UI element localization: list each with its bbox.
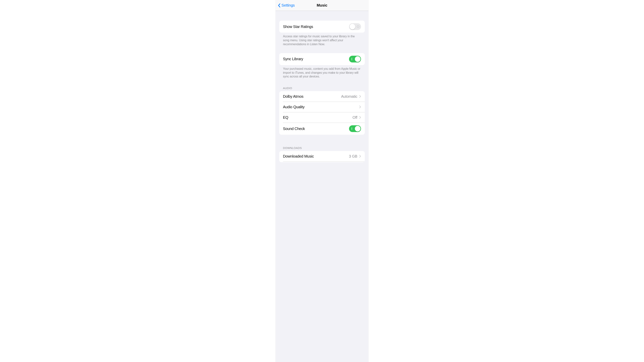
sync-library-label: Sync Library <box>283 57 303 61</box>
sync-library-row: Sync Library <box>279 53 365 65</box>
downloads-section-header: DOWNLOADS <box>283 146 365 149</box>
chevron-right-icon <box>359 116 361 119</box>
sync-library-group: Sync Library Your purchased music, conte… <box>279 53 365 79</box>
toggle-knob <box>355 126 360 131</box>
toggle-knob <box>350 24 355 29</box>
show-star-ratings-toggle[interactable] <box>349 23 361 30</box>
sync-library-toggle[interactable] <box>349 56 361 62</box>
truncated-previous-footer: your playlists. <box>276 11 368 13</box>
toggle-knob <box>355 56 360 62</box>
sound-check-label: Sound Check <box>283 127 305 131</box>
chevron-right-icon <box>359 155 361 158</box>
nav-bar: Settings Music <box>276 0 368 11</box>
eq-row[interactable]: EQ Off <box>279 112 365 123</box>
show-star-ratings-label: Show Star Ratings <box>283 24 313 29</box>
eq-value: Off <box>352 115 357 120</box>
dolby-atmos-row[interactable]: Dolby Atmos Automatic <box>279 91 365 102</box>
dolby-atmos-label: Dolby Atmos <box>283 94 304 99</box>
audio-quality-row[interactable]: Audio Quality <box>279 102 365 112</box>
audio-group: AUDIO Dolby Atmos Automatic Audio Qualit… <box>279 86 365 135</box>
downloaded-music-value: 3 GB <box>349 154 357 158</box>
downloaded-music-row[interactable]: Downloaded Music 3 GB <box>279 151 365 161</box>
next-row-placeholder[interactable] <box>279 161 365 162</box>
chevron-right-icon <box>359 105 361 108</box>
sound-check-toggle[interactable] <box>349 125 361 132</box>
audio-quality-label: Audio Quality <box>283 105 304 109</box>
star-ratings-footer: Access star ratings for music saved to y… <box>279 33 365 46</box>
sync-library-footer: Your purchased music, content you add fr… <box>279 65 365 79</box>
sound-check-row: Sound Check <box>279 123 365 135</box>
chevron-right-icon <box>359 95 361 98</box>
downloads-group: DOWNLOADS Downloaded Music 3 GB <box>279 146 365 162</box>
dolby-atmos-value: Automatic <box>341 94 357 99</box>
eq-label: EQ <box>283 115 288 120</box>
show-star-ratings-row: Show Star Ratings <box>279 21 365 33</box>
back-button[interactable]: Settings <box>277 3 295 7</box>
music-settings-screen: Settings Music your playlists. Show Star… <box>276 0 368 362</box>
settings-content[interactable]: your playlists. Show Star Ratings Access… <box>276 11 368 362</box>
chevron-left-icon <box>278 3 281 7</box>
back-label: Settings <box>282 3 295 7</box>
star-ratings-group: Show Star Ratings Access star ratings fo… <box>279 21 365 46</box>
downloaded-music-label: Downloaded Music <box>283 154 314 158</box>
audio-section-header: AUDIO <box>283 86 365 90</box>
